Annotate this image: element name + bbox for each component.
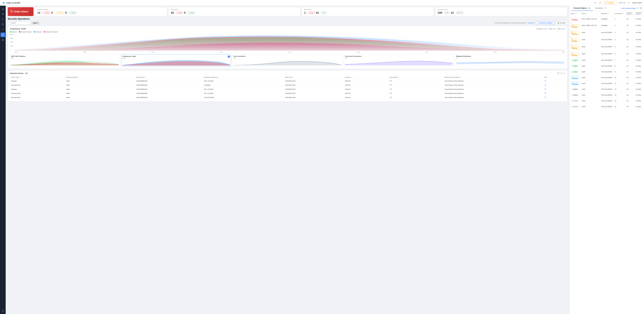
status-card-announcements: Announcements 100 BGP 12 BGP FS	[435, 7, 567, 16]
rp-col-activations: Activations ⇅	[613, 11, 625, 16]
sidebar-item-chart[interactable]	[0, 17, 5, 22]
event-name-cell: ???	[388, 95, 444, 100]
announcements-bgpfs-count: 12	[451, 11, 454, 15]
po-status-cell: ⊖ Disable	[570, 104, 580, 110]
settings-button[interactable]: Settings	[556, 21, 567, 25]
units-value[interactable]: bps	[562, 28, 564, 30]
po-name-cell: BCLIC_PAR1_TCP_SPECIAL...	[580, 16, 600, 22]
tab-activations[interactable]: Activations 7	[593, 6, 608, 11]
sort-dur-icon: ⇅	[351, 77, 352, 78]
po-name-cell: net10	[580, 36, 600, 43]
legend-inbound-dropped-label: Inbound Dropped	[21, 31, 32, 33]
mini-charts: AMS Traffic Statistics 50M Flow	[10, 54, 565, 67]
status-card-bgp: BGP Peers 1 ↓ Down 41 ↑ Up	[302, 7, 434, 16]
po-table-row: 🛡 ⚠ Pending net10 78.24.210.204/30 5 0.0…	[570, 43, 644, 50]
info-search-button[interactable]	[544, 92, 546, 94]
po-inbound-cell: 0.0	[625, 22, 634, 29]
sidebar-item-shield[interactable]	[0, 33, 5, 37]
mini-chart-flowdetector[interactable]: FlowDetector Traffic ● 600M	[121, 54, 231, 67]
columns-po-button[interactable]	[640, 7, 642, 10]
rp-col-name: Name ⇅	[580, 11, 600, 16]
filter-value[interactable]: All	[553, 28, 554, 30]
user-avatar-icon	[628, 2, 630, 4]
mini-chart-new-connections[interactable]: New Connections 100	[232, 54, 342, 67]
sort-id-icon: ⇅	[145, 77, 146, 78]
po-activations-cell: 8	[613, 63, 625, 69]
search-info-icon	[544, 96, 546, 98]
status-pill: ⚠ Pending	[571, 24, 579, 28]
info-search-button[interactable]	[544, 80, 546, 82]
traffic-panel: FlowDetector Traffic Direction: Both ▾ F…	[8, 26, 567, 69]
protected-objects-items: 12 ⚠ Failed 2 ⚠ Pending 0 ✓ Active	[37, 11, 76, 15]
time-from-val: 09.27.2021 09:15	[500, 22, 511, 24]
status-pill: ✓ Active	[571, 71, 578, 73]
svg-line-51	[546, 89, 546, 90]
apply-button[interactable]: Apply ▾	[31, 21, 40, 25]
po-status-cell: 🛡 ⚠ Pending	[570, 43, 580, 50]
refresh-po-button[interactable]	[637, 7, 639, 10]
direction-chevron: ▾	[546, 28, 547, 30]
po-network-cell: 78.24.210.204/30	[600, 29, 614, 36]
legend-outbound-dot	[34, 31, 35, 33]
destination-network-cell: 78.24.210.65/32	[202, 95, 284, 100]
columns-icon	[640, 7, 642, 9]
tab-po-count: 23	[588, 7, 591, 9]
status-pill: ⚠ Failed	[571, 19, 578, 21]
po-network-cell: 78.24.210.204/30	[600, 104, 614, 110]
main-layout: ⊞	[0, 6, 644, 314]
detection-filter-button[interactable]	[560, 72, 562, 74]
col-destination-network: Destination Network ⇅	[202, 76, 284, 79]
pending-button[interactable]: ⚠ Pending →	[604, 1, 617, 5]
mini-chart-concurrent[interactable]: Concurrent Connections 50K	[344, 54, 454, 67]
status-bar: 🛡 Under Attack Protected Objects 12 ⚠ Fa…	[8, 7, 567, 16]
detection-table-row: Dropped net10 0108-000063420... 155.1.10…	[10, 79, 565, 83]
po-status-cell: ○ Enable	[570, 92, 580, 98]
po-table-row: 🛡 ⚠ Pending net10 78.24.210.204/30 3 0.0…	[570, 29, 644, 36]
start-time-cell: 5/31/2020 20:01	[284, 95, 344, 100]
po-network-cell: 78.24.210.204/30	[600, 75, 614, 81]
tab-protected-objects[interactable]: Protected Objects 23	[572, 6, 593, 11]
detection-header: Detection Events 12	[10, 72, 565, 74]
destination-network-cell: 155.1.10.44/32	[202, 87, 284, 91]
po-activations-cell: 12	[613, 86, 625, 92]
mini-chart-cc-val: 50K	[345, 58, 452, 59]
detection-export-button[interactable]	[563, 72, 565, 74]
person-icon[interactable]	[594, 2, 596, 4]
po-network-cell: 78.24.210.204/30	[600, 43, 614, 50]
sort-action-icon: ⇅	[20, 77, 20, 78]
svg-point-3	[594, 2, 596, 3]
po-network-cell: 78.24.210.204/30	[600, 69, 614, 75]
sidebar-item-message[interactable]	[0, 22, 5, 27]
time-to-val: 09.27.2021 09:45	[514, 22, 525, 24]
action-type-cell: External Event	[10, 83, 65, 87]
po-alert-icon: 🛡	[571, 37, 572, 39]
info-search-button[interactable]	[544, 96, 546, 99]
pending-label: Pending	[607, 2, 613, 4]
search-info-icon	[544, 92, 546, 94]
add-protected-object-button[interactable]: + Add Protected Object	[620, 8, 636, 9]
rp-col-dropped: Dropped (Mbits/s) ⇅	[634, 11, 644, 16]
direction-value[interactable]: Both	[543, 28, 546, 30]
sidebar-item-network[interactable]	[0, 12, 5, 17]
legend-outbound: Outbound	[34, 31, 42, 33]
clear-all-button[interactable]: Clear All	[528, 22, 534, 24]
info-search-button[interactable]	[544, 84, 546, 86]
sidebar-item-list[interactable]	[0, 27, 5, 32]
po-status-cell: ⊖ Disable	[570, 98, 580, 104]
down-badge-dp: ↓ Down	[176, 12, 183, 14]
svg-line-35	[558, 72, 560, 74]
sidebar-item-gear[interactable]	[0, 38, 5, 42]
sidebar-item-moon[interactable]	[0, 308, 5, 313]
bell-icon[interactable]	[598, 2, 601, 4]
network-analytics-button[interactable]: Network Analytics	[535, 21, 554, 25]
event-name-cell: ???	[388, 79, 444, 83]
info-search-button[interactable]	[544, 88, 546, 90]
right-panel: Protected Objects 23 Activations 7 + Add…	[569, 6, 644, 314]
po-name-cell: net10	[580, 43, 600, 50]
detection-mute-button[interactable]	[558, 72, 560, 74]
sidebar-item-grid[interactable]: ⊞	[0, 7, 5, 11]
search-input[interactable]	[11, 22, 29, 24]
mini-chart-mitigation[interactable]: Mitigation Breakdown 46	[455, 54, 565, 67]
svg-line-53	[546, 94, 546, 94]
mini-chart-ams[interactable]: AMS Traffic Statistics 50M	[10, 54, 120, 67]
